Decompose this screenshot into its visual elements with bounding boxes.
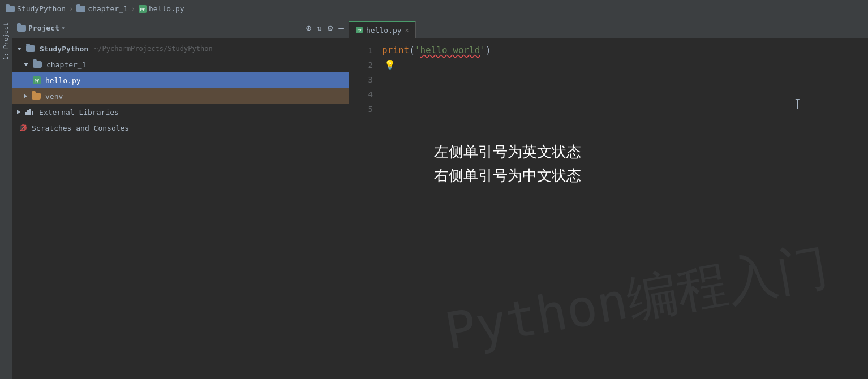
breadcrumb-sep-2: ›: [131, 5, 135, 13]
tree-item-chapter1[interactable]: chapter_1: [12, 57, 349, 72]
line-num-3: 3: [368, 72, 373, 87]
breadcrumb-label-studypython: StudyPython: [17, 5, 66, 13]
watermark: Python编程入门: [403, 225, 868, 373]
project-dropdown-arrow[interactable]: ▾: [62, 25, 65, 31]
project-panel: Project ▾ ⊕ ⇅ ⚙ — StudyPython ~/PycharmP…: [12, 18, 349, 379]
code-content[interactable]: print ( 'hello world' ) 💡 左侧单引号为英文状态 右侧单…: [377, 38, 868, 379]
tab-hellopy[interactable]: py hello.py ×: [349, 21, 416, 38]
code-line-2: 💡: [382, 58, 868, 72]
code-print-keyword: print: [382, 43, 409, 58]
add-scope-icon[interactable]: ⊕: [306, 23, 312, 33]
tab-close-button[interactable]: ×: [405, 27, 409, 34]
tab-file-icon: py: [356, 27, 363, 33]
folder-icon-studypython: [26, 45, 35, 52]
folder-icon-venv: [32, 93, 41, 100]
tab-label: hello.py: [366, 26, 402, 35]
code-editor[interactable]: 1 2 3 4 5 print ( 'hello world' ) 💡: [349, 38, 868, 379]
scratches-icon: [19, 124, 27, 132]
tree-item-scratches[interactable]: Scratches and Consoles: [12, 120, 349, 136]
tree-item-extlib[interactable]: External Libraries: [12, 104, 349, 120]
tree-label-hellopy: hello.py: [45, 76, 81, 85]
triangle-venv: [24, 94, 27, 98]
code-string-right-quote: ': [480, 43, 485, 58]
text-cursor-ibeam: I: [795, 95, 800, 113]
py-file-icon-breadcrumb: py: [139, 5, 147, 13]
folder-icon-breadcrumb-2: [76, 6, 85, 12]
triangle-chapter1: [24, 63, 28, 66]
folder-icon-breadcrumb-1: [6, 6, 15, 12]
breadcrumb-chapter1[interactable]: chapter_1: [76, 5, 127, 13]
ext-libraries-icon: [25, 109, 33, 115]
breadcrumb-sep-1: ›: [69, 5, 73, 13]
collapse-icon[interactable]: ⇅: [317, 24, 321, 33]
breadcrumb-hellopy[interactable]: py hello.py: [139, 5, 184, 13]
line-num-5: 5: [368, 102, 373, 117]
triangle-extlib: [17, 110, 20, 114]
tree-label-extlib: External Libraries: [39, 108, 119, 117]
code-close-paren: ): [485, 43, 491, 58]
annotation-line1: 左侧单引号为英文状态: [434, 140, 581, 164]
code-string-left-quote: ': [415, 43, 420, 58]
annotation-overlay: 左侧单引号为英文状态 右侧单引号为中文状态: [434, 140, 581, 187]
project-panel-header: Project ▾ ⊕ ⇅ ⚙ —: [12, 18, 349, 38]
breadcrumb-bar: StudyPython › chapter_1 › py hello.py: [0, 0, 868, 18]
breadcrumb-studypython[interactable]: StudyPython: [6, 5, 66, 13]
minimize-icon[interactable]: —: [338, 23, 344, 33]
project-panel-title: Project: [28, 24, 59, 32]
tree-label-chapter1: chapter_1: [46, 61, 86, 69]
code-open-paren: (: [409, 43, 415, 58]
tree-item-venv[interactable]: venv: [12, 88, 349, 104]
tree-label-scratches: Scratches and Consoles: [32, 124, 129, 132]
tree-label-venv: venv: [45, 92, 63, 101]
folder-icon-chapter1: [33, 61, 42, 68]
project-title: Project ▾: [17, 24, 65, 32]
code-line-1: print ( 'hello world' ): [382, 43, 868, 58]
main-area: 1: Project Project ▾ ⊕ ⇅ ⚙ —: [0, 18, 868, 379]
line-num-1: 1: [368, 43, 373, 58]
annotation-line2: 右侧单引号为中文状态: [434, 164, 581, 188]
breadcrumb-label-hellopy: hello.py: [149, 5, 184, 13]
tree-label-studypython: StudyPython: [40, 45, 88, 53]
line-num-2: 2: [368, 58, 373, 72]
lightbulb-icon: 💡: [384, 58, 396, 72]
folder-icon-project: [17, 25, 26, 32]
project-tab-label[interactable]: 1: Project: [2, 18, 10, 64]
triangle-studypython: [17, 48, 22, 50]
code-string-content: hello world: [420, 43, 480, 58]
tree-sublabel-studypython: ~/PycharmProjects/StudyPython: [94, 45, 213, 53]
file-tree: StudyPython ~/PycharmProjects/StudyPytho…: [12, 38, 349, 379]
line-numbers: 1 2 3 4 5: [349, 38, 377, 379]
breadcrumb-label-chapter1: chapter_1: [88, 5, 127, 13]
line-num-4: 4: [368, 87, 373, 102]
settings-icon[interactable]: ⚙: [328, 23, 333, 33]
py-file-icon-tree: py: [33, 76, 41, 84]
project-header-icons: ⊕ ⇅ ⚙ —: [306, 23, 344, 33]
vertical-project-tab[interactable]: 1: Project: [0, 18, 12, 379]
code-line-3: [382, 72, 868, 87]
editor-area: py hello.py × 1 2 3 4 5 print ( 'hell: [349, 18, 868, 379]
tree-item-studypython[interactable]: StudyPython ~/PycharmProjects/StudyPytho…: [12, 41, 349, 57]
tree-item-hellopy[interactable]: py hello.py: [12, 72, 349, 88]
tab-bar: py hello.py ×: [349, 18, 868, 38]
